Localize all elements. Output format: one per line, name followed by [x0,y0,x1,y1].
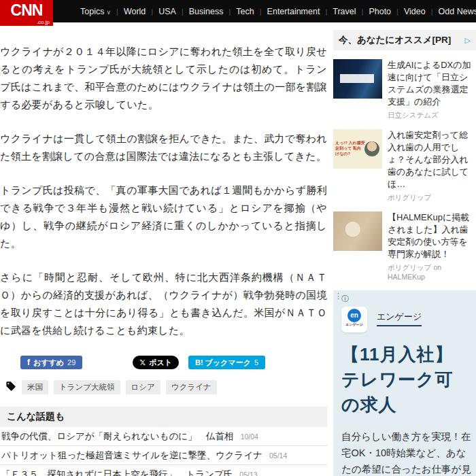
tag-trump[interactable]: トランプ大統領 [54,380,120,394]
chevron-down-icon: ∨ [106,9,111,16]
nav-item-usa[interactable]: USA [158,7,176,16]
article-paragraph: ウクライナは一貫して領土の割譲を拒んできた。また、武力で奪われた領土を割譲しての… [0,130,327,165]
article-paragraph: トランプ氏は投稿で、「真の軍事大国であれば１週間もかからず勝利できる戦争で３年半… [0,182,327,252]
sponsored-title: 生成AIによるDXの加速に向けて「日立システムズの業務選定支援」の紹介 [388,59,476,108]
related-link[interactable]: パトリオット狙った極超音速ミサイルを逆に撃墜、ウクライナ 05/14 [0,446,327,464]
sponsored-thumbnail [333,211,382,251]
nav-item-entertainment[interactable]: Entertainment [267,7,320,16]
hatena-bookmark-count: 5 [254,358,258,367]
nav-item-photo[interactable]: Photo [369,7,391,16]
nav-item-tech[interactable]: Tech [236,7,254,16]
cnn-logo-cojp: .co.jp [37,19,50,25]
tag-icon [5,381,16,394]
related-date: 05/13 [239,471,257,476]
sponsored-source: 日立システムズ [388,111,476,120]
sponsored-item[interactable]: 【HALMEKupに掲載されました】入れ歯安定剤の使い方等を専門家が解説！ ポリ… [333,211,476,281]
related-item: パトリオット狙った極超音速ミサイルを逆に撃墜、ウクライナ 05/14 [0,446,327,465]
ad-info-icon[interactable]: ⓘ [341,294,349,304]
tag-russia[interactable]: ロシア [126,380,160,394]
ad-body-text: 自分らしい働き方を実現！在宅OK・10時始業など、あなたの希望に合ったお仕事が見… [341,428,472,476]
cnn-logo[interactable]: CNN .co.jp [0,0,53,26]
sponsored-thumb-caption: えっ!? 入れ歯安定剤って 私向けなの? [335,140,365,156]
related-item: 「Ｆ３５、探知されずに日本上空を飛行」 トランプ氏 05/13 [0,465,327,476]
adchoices-icon[interactable]: ▷ [465,36,471,45]
nav-item-odd-news[interactable]: Odd News [439,7,476,16]
ad-headline[interactable]: 【11月入社】テレワーク可の求人 [341,342,472,418]
article-paragraph: ウクライナが２０１４年以降にロシアに奪われた領土を全て取り戻せるとの考えをトラン… [0,43,327,114]
sponsored-title: 【HALMEKupに掲載されました】入れ歯安定剤の使い方等を専門家が解説！ [388,211,476,260]
engage-logo[interactable]: en エンゲージ [341,307,367,333]
ad-brand-link[interactable]: エンゲージ [377,311,422,326]
sponsored-source: ポリグリップ on HALMEKup [388,263,476,281]
nav-item-video[interactable]: Video [404,7,426,16]
nav-menu: Topics∨ World USA Business Tech Entertai… [80,7,476,16]
top-navigation-bar: CNN .co.jp Topics∨ World USA Business Te… [0,0,476,22]
ad-brand-row: en エンゲージ エンゲージ [341,307,472,333]
facebook-icon: f [27,358,30,367]
related-date: 10/04 [241,432,258,441]
sponsored-thumbnail: えっ!? 入れ歯安定剤って 私向けなの? [333,129,382,169]
related-link[interactable]: 「Ｆ３５、探知されずに日本上空を飛行」 トランプ氏 05/13 [0,465,327,476]
nav-item-travel[interactable]: Travel [333,7,356,16]
article-paragraph: さらに「時間と忍耐、そして欧州、特に北大西洋条約機構（ＮＡＴＯ）からの経済的支援… [0,269,327,339]
sponsored-item[interactable]: えっ!? 入れ歯安定剤って 私向けなの? 入れ歯安定剤って総入れ歯の人用でしょ？… [333,129,476,203]
tag-ukraine[interactable]: ウクライナ [166,380,217,394]
sponsored-thumbnail [333,59,382,99]
facebook-share-button[interactable]: f おすすめ 29 [20,356,82,369]
article-main-column: ウクライナが２０１４年以降にロシアに奪われた領土を全て取り戻せるとの考えをトラン… [0,22,327,476]
share-buttons-row: f おすすめ 29 𝕏 ポスト B! ブックマーク 5 [20,356,327,369]
hatena-bookmark-button[interactable]: B! ブックマーク 5 [188,356,265,369]
sponsored-item[interactable]: 生成AIによるDXの加速に向けて「日立システムズの業務選定支援」の紹介 日立シス… [333,59,476,120]
facebook-share-count: 29 [67,358,75,367]
sidebar-recommend-header: 今、あなたにオススメ[PR] ▷ [333,30,476,50]
sponsored-title: 入れ歯安定剤って総入れ歯の人用でしょ？そんな部分入れ歯のあなたに試してほ… [388,129,476,190]
related-section-header: こんな話題も [0,407,327,427]
x-post-button[interactable]: 𝕏 ポスト [133,356,179,369]
sidebar: 今、あなたにオススメ[PR] ▷ 生成AIによるDXの加速に向けて「日立システム… [333,30,476,476]
article-tags-row: 米国 トランプ大統領 ロシア ウクライナ [5,380,327,394]
engage-logo-icon: en [347,309,361,322]
related-date: 05/14 [269,452,287,460]
related-item: 戦争の代償、ロシアが「耐えられないものに」 仏首相 10/04 [0,427,327,446]
engage-logo-caption: エンゲージ [341,322,367,326]
sponsored-source: ポリグリップ [388,193,476,203]
nav-item-world[interactable]: World [124,7,146,16]
x-icon: 𝕏 [139,358,146,367]
cnn-logo-text: CNN [11,1,43,19]
tag-usa[interactable]: 米国 [22,380,48,394]
related-link[interactable]: 戦争の代償、ロシアが「耐えられないものに」 仏首相 10/04 [0,427,327,445]
display-ad-engage[interactable]: ⋮ ⓘ en エンゲージ エンゲージ 【11月入社】テレワーク可の求人 自分らし… [333,290,476,476]
article-body: ウクライナが２０１４年以降にロシアに奪われた領土を全て取り戻せるとの考えをトラン… [0,22,327,339]
nav-item-business[interactable]: Business [189,7,224,16]
related-article-list: 戦争の代償、ロシアが「耐えられないものに」 仏首相 10/04 パトリオット狙っ… [0,427,327,476]
nav-item-topics[interactable]: Topics∨ [80,7,111,16]
